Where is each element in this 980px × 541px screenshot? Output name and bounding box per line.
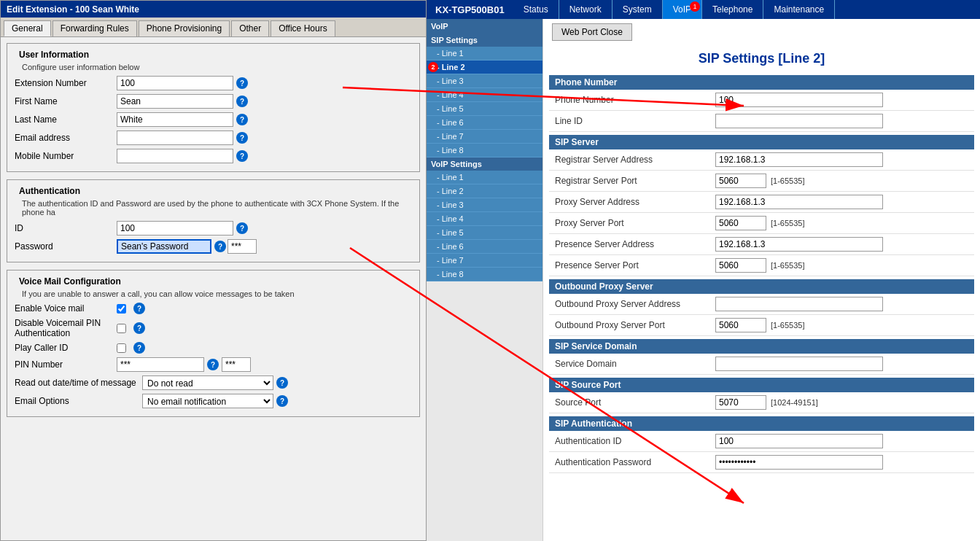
nav-tab-system[interactable]: System [612, 0, 663, 19]
auth-password-stars [228, 239, 257, 254]
window-title: Edit Extension - 100 Sean White [7, 4, 139, 15]
pin-number-input[interactable] [117, 357, 204, 372]
tab-other[interactable]: Other [231, 20, 269, 36]
last-name-input[interactable] [117, 112, 233, 127]
nav-tab-telephone[interactable]: Telephone [702, 0, 763, 19]
email-label: Email address [15, 133, 117, 143]
proxy-port-row: Proxy Server Port [1-65535] [549, 213, 974, 234]
nav-tab-maintenance[interactable]: Maintenance [763, 0, 835, 19]
source-port-row: Source Port [1024-49151] [549, 392, 974, 413]
enable-voicemail-help[interactable]: ? [133, 303, 145, 314]
title-bar: Edit Extension - 100 Sean White [1, 1, 426, 17]
email-options-select[interactable]: No email notification Send email Send em… [142, 394, 273, 408]
last-name-label: Last Name [15, 114, 117, 125]
sidebar-voip-line8[interactable]: - Line 8 [427, 268, 542, 281]
sidebar-sip-line4[interactable]: - Line 4 [427, 88, 542, 102]
auth-password-input[interactable] [117, 239, 211, 254]
user-info-title: User Information [15, 48, 412, 61]
extension-number-input[interactable] [117, 76, 233, 90]
sidebar-voip-line5[interactable]: - Line 5 [427, 226, 542, 240]
sip-domain-header: SIP Service Domain [549, 339, 974, 354]
proxy-port-input[interactable] [715, 216, 766, 230]
line-id-input[interactable] [715, 114, 883, 128]
nav-tab-voip[interactable]: VoIP 1 [663, 0, 702, 19]
mobile-help[interactable]: ? [236, 150, 248, 162]
auth-id-right-label: Authentication ID [555, 436, 715, 446]
sidebar-voip-line3[interactable]: - Line 3 [427, 198, 542, 212]
registrar-address-input[interactable] [715, 152, 883, 167]
readout-select[interactable]: Do not read Read date only Read time onl… [142, 375, 273, 390]
pin-number-row: PIN Number ? [15, 357, 412, 372]
sidebar-sip-line2[interactable]: - Line 2 2 [427, 61, 542, 74]
auth-password-right-input[interactable] [715, 455, 883, 470]
auth-id-help[interactable]: ? [236, 222, 248, 234]
registrar-address-row: Registrar Server Address [549, 149, 974, 171]
sidebar-voip-line7[interactable]: - Line 7 [427, 254, 542, 268]
email-input[interactable] [117, 131, 233, 145]
email-row: Email address ? [15, 131, 412, 145]
web-port-close-button[interactable]: Web Port Close [552, 23, 632, 41]
tab-general[interactable]: General [4, 20, 51, 36]
phone-number-row: Phone Number [549, 90, 974, 111]
first-name-input[interactable] [117, 94, 233, 109]
sip-domain-section: SIP Service Domain Service Domain [549, 339, 974, 375]
outbound-proxy-header: Outbound Proxy Server [549, 279, 974, 294]
email-options-help[interactable]: ? [276, 395, 288, 407]
auth-desc: The authentication ID and Password are u… [15, 198, 412, 221]
sidebar-sip-line8[interactable]: - Line 8 [427, 144, 542, 157]
presence-address-row: Presence Server Address [549, 234, 974, 255]
enable-voicemail-checkbox[interactable] [117, 304, 126, 314]
email-help[interactable]: ? [236, 132, 248, 144]
disable-pin-checkbox[interactable] [117, 324, 126, 333]
sidebar-voip-line2[interactable]: - Line 2 [427, 184, 542, 198]
first-name-help[interactable]: ? [236, 96, 248, 107]
left-panel: Edit Extension - 100 Sean White General … [0, 0, 427, 541]
readout-row: Read out date/time of message Do not rea… [15, 375, 412, 390]
sip-auth-header: SIP Authentication [549, 416, 974, 431]
pin-number-label: PIN Number [15, 359, 117, 370]
sidebar-sip-line3[interactable]: - Line 3 [427, 74, 542, 88]
nav-tab-status[interactable]: Status [513, 0, 559, 19]
nav-tab-network[interactable]: Network [559, 0, 612, 19]
phone-number-label: Phone Number [555, 95, 715, 105]
service-domain-input[interactable] [715, 357, 883, 371]
outbound-address-input[interactable] [715, 297, 883, 311]
last-name-help[interactable]: ? [236, 114, 248, 125]
mobile-input[interactable] [117, 149, 233, 163]
sidebar-sip-line5[interactable]: - Line 5 [427, 102, 542, 116]
play-caller-id-help[interactable]: ? [133, 342, 145, 354]
disable-pin-help[interactable]: ? [133, 322, 145, 334]
auth-id-right-input[interactable] [715, 434, 883, 448]
play-caller-id-label: Play Caller ID [15, 343, 117, 353]
play-caller-id-checkbox[interactable] [117, 343, 126, 353]
outbound-port-input[interactable] [715, 318, 766, 332]
registrar-port-input[interactable] [715, 174, 766, 188]
presence-address-input[interactable] [715, 237, 883, 252]
tab-phone-provisioning[interactable]: Phone Provisioning [139, 20, 230, 36]
presence-port-note: [1-65535] [771, 261, 804, 270]
readout-help[interactable]: ? [276, 377, 288, 389]
sidebar-sip-line7[interactable]: - Line 7 [427, 130, 542, 144]
service-domain-label: Service Domain [555, 359, 715, 369]
auth-id-input[interactable] [117, 221, 233, 236]
enable-voicemail-label: Enable Voice mail [15, 303, 117, 314]
presence-port-input[interactable] [715, 258, 766, 273]
phone-number-header: Phone Number [549, 75, 974, 90]
tab-forwarding-rules[interactable]: Forwarding Rules [52, 20, 137, 36]
sidebar-voip-line4[interactable]: - Line 4 [427, 212, 542, 226]
proxy-address-input[interactable] [715, 195, 883, 209]
pin-number-help[interactable]: ? [207, 359, 219, 370]
sidebar-voip-line1[interactable]: - Line 1 [427, 171, 542, 184]
phone-number-input[interactable] [715, 93, 883, 107]
auth-password-label: Password [15, 241, 117, 252]
auth-password-help[interactable]: ? [214, 241, 226, 252]
proxy-address-row: Proxy Server Address [549, 192, 974, 213]
source-port-input[interactable] [715, 395, 766, 410]
sip-server-section: SIP Server Registrar Server Address Regi… [549, 135, 974, 276]
presence-port-row: Presence Server Port [1-65535] [549, 255, 974, 276]
sidebar-sip-line6[interactable]: - Line 6 [427, 116, 542, 130]
sidebar-sip-line1[interactable]: - Line 1 [427, 47, 542, 61]
tab-office-hours[interactable]: Office Hours [271, 20, 335, 36]
extension-number-help[interactable]: ? [236, 77, 248, 89]
sidebar-voip-line6[interactable]: - Line 6 [427, 240, 542, 254]
